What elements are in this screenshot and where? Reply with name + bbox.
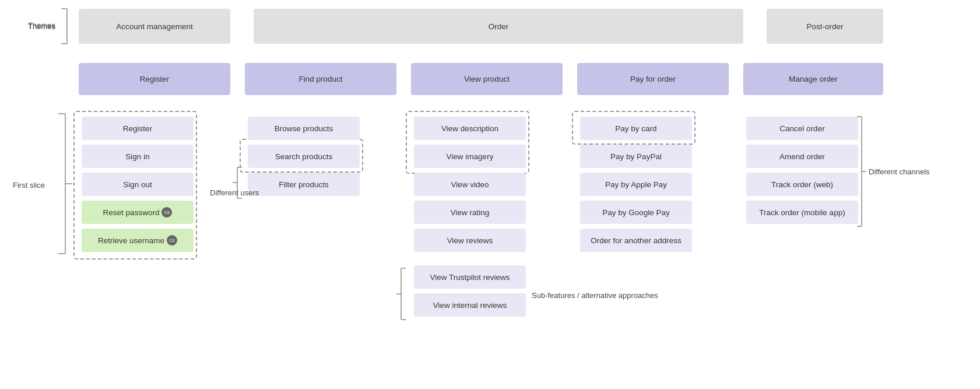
theme-postorder-label: Post-order — [806, 22, 843, 31]
feature-filter-label: Filter products — [279, 180, 329, 189]
feature-signout: Sign out — [82, 173, 194, 196]
feature-reviews-label: View reviews — [447, 236, 493, 245]
feature-desc: View description — [414, 117, 526, 140]
different-channels-label: Different channels — [869, 167, 930, 176]
feature-browse: Browse products — [248, 117, 360, 140]
feature-paypaypal-label: Pay by PayPal — [610, 152, 662, 161]
feature-signin: Sign in — [82, 145, 194, 168]
journey-find-box: Find product — [245, 63, 396, 95]
feature-imagery-label: View imagery — [447, 152, 494, 161]
journey-view-label: View product — [464, 75, 510, 83]
feature-paygoogle-label: Pay by Google Pay — [602, 208, 670, 217]
feature-trackmobile: Track order (mobile app) — [746, 201, 858, 224]
theme-account-box: Account management — [79, 9, 230, 44]
feature-cancel-label: Cancel order — [779, 124, 824, 133]
feature-reviews: View reviews — [414, 229, 526, 252]
sub-features-label: Sub-features / alternative approaches — [532, 291, 658, 300]
feature-internal-label: View internal reviews — [433, 301, 507, 310]
feature-trustpilot-label: View Trustpilot reviews — [430, 273, 510, 282]
feature-paygoogle: Pay by Google Pay — [580, 201, 692, 224]
feature-imagery: View imagery — [414, 145, 526, 168]
journey-pay-box: Pay for order — [577, 63, 729, 95]
feature-paypaypal: Pay by PayPal — [580, 145, 692, 168]
feature-signin-label: Sign in — [125, 152, 149, 161]
journey-manage-label: Manage order — [789, 75, 838, 83]
cx-badge-retrieve: cx — [167, 235, 177, 246]
feature-payother: Order for another address — [580, 229, 692, 252]
feature-register-label: Register — [123, 124, 152, 133]
theme-order-label: Order — [489, 22, 509, 31]
journey-view-box: View product — [411, 63, 563, 95]
feature-payother-label: Order for another address — [591, 236, 681, 245]
feature-reset-label: Reset password — [103, 208, 160, 217]
feature-amend: Amend order — [746, 145, 858, 168]
theme-order-box: Order — [254, 9, 743, 44]
cx-badge-reset: cx — [161, 207, 172, 218]
feature-paycard-label: Pay by card — [615, 124, 656, 133]
feature-rating: View rating — [414, 201, 526, 224]
different-users-label: Different users — [210, 188, 259, 197]
feature-search-label: Search products — [275, 152, 332, 161]
feature-browse-label: Browse products — [275, 124, 333, 133]
feature-internal: View internal reviews — [414, 293, 526, 317]
feature-payapple: Pay by Apple Pay — [580, 173, 692, 196]
feature-video: View video — [414, 173, 526, 196]
feature-trackweb: Track order (web) — [746, 173, 858, 196]
diagram: Themes Account management Order Post-ord… — [0, 0, 980, 389]
journey-register-box: Register — [79, 63, 230, 95]
feature-paycard: Pay by card — [580, 117, 692, 140]
journey-manage-box: Manage order — [743, 63, 883, 95]
feature-trustpilot: View Trustpilot reviews — [414, 265, 526, 289]
feature-trackweb-label: Track order (web) — [771, 180, 833, 189]
feature-search: Search products — [248, 145, 360, 168]
theme-postorder-box: Post-order — [767, 9, 883, 44]
feature-trackmobile-label: Track order (mobile app) — [759, 208, 845, 217]
feature-filter: Filter products — [248, 173, 360, 196]
feature-amend-label: Amend order — [779, 152, 825, 161]
themes-label: Themes — [28, 21, 55, 30]
feature-desc-label: View description — [441, 124, 498, 133]
theme-account-label: Account management — [116, 22, 192, 31]
feature-video-label: View video — [451, 180, 489, 189]
feature-retrieve-label: Retrieve username — [98, 236, 164, 245]
feature-register: Register — [82, 117, 194, 140]
journey-register-label: Register — [140, 75, 169, 83]
feature-cancel: Cancel order — [746, 117, 858, 140]
feature-rating-label: View rating — [451, 208, 490, 217]
journey-pay-label: Pay for order — [630, 75, 676, 83]
journey-find-label: Find product — [298, 75, 342, 83]
feature-payapple-label: Pay by Apple Pay — [605, 180, 667, 189]
first-slice-label: First slice — [13, 181, 45, 190]
feature-signout-label: Sign out — [123, 180, 152, 189]
feature-reset: Reset password cx — [82, 201, 194, 224]
feature-retrieve: Retrieve username cx — [82, 229, 194, 252]
